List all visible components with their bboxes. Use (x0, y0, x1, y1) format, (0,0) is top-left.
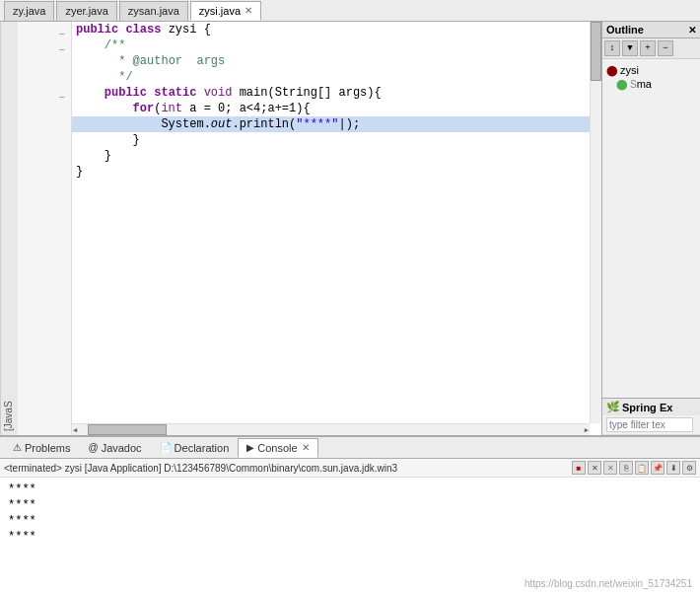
console-scroll-btn[interactable]: ⬇ (666, 461, 680, 475)
gutter-line-5: − (18, 89, 71, 105)
outline-title: Outline (606, 24, 644, 36)
code-line-1: public class zysi { (72, 22, 590, 37)
tab-zysi-close-icon[interactable]: ✕ (245, 5, 252, 16)
tab-javadoc-label: Javadoc (102, 442, 142, 454)
console-copy-btn[interactable]: ⎘ (619, 461, 633, 475)
outline-sort-btn[interactable]: ↕ (604, 40, 620, 56)
tab-problems[interactable]: ⚠ Problems (4, 438, 79, 458)
spring-filter-input[interactable] (606, 417, 693, 432)
tab-zysan-label: zysan.java (128, 5, 179, 17)
code-line-7: System.out.println("****"|); (72, 116, 590, 132)
outline-tree: ⬤ zysi ⬤ S ma (602, 59, 700, 398)
tab-javadoc[interactable]: @ Javadoc (79, 438, 150, 458)
outline-expand-btn[interactable]: + (640, 40, 656, 56)
outline-header: Outline ✕ (602, 22, 700, 38)
code-line-3: * @author args (72, 53, 590, 69)
spring-filter-area (602, 415, 700, 435)
scroll-left-arrow[interactable]: ◀ (72, 426, 78, 434)
console-stop-btn[interactable]: ■ (572, 461, 586, 475)
problems-icon: ⚠ (13, 442, 22, 453)
gutter-line-6 (18, 105, 71, 120)
static-label: S (630, 79, 637, 90)
editor-tab-bar: zy.java zyer.java zysan.java zysi.java ✕ (0, 0, 700, 22)
bottom-tab-bar: ⚠ Problems @ Javadoc 📄 Declaration ▶ Con… (0, 437, 700, 459)
tab-zysi[interactable]: zysi.java ✕ (190, 1, 261, 21)
console-header: <terminated> zysi [Java Application] D:\… (0, 459, 700, 478)
outline-item-main[interactable]: ⬤ S ma (604, 77, 698, 91)
tab-zy-label: zy.java (13, 5, 45, 17)
bottom-panel: ⚠ Problems @ Javadoc 📄 Declaration ▶ Con… (0, 435, 700, 593)
fold-icon-1[interactable]: − (59, 29, 65, 39)
console-output-line-4: **** (8, 529, 692, 545)
tab-zysi-label: zysi.java (199, 5, 241, 17)
code-line-4: */ (72, 69, 590, 85)
code-line-6: for(int a = 0; a<4;a+=1){ (72, 101, 590, 116)
code-line-2: /** (72, 37, 590, 53)
tab-zyer-label: zyer.java (65, 5, 107, 17)
tab-zyer[interactable]: zyer.java (56, 1, 116, 21)
console-icon: ▶ (246, 442, 254, 453)
code-line-8: } (72, 132, 590, 148)
outline-toolbar: ↕ ▼ + − (602, 38, 700, 59)
scroll-right-arrow[interactable]: ▶ (584, 426, 590, 434)
tab-console-close-icon[interactable]: ✕ (302, 442, 310, 453)
spring-explorer-title: Spring Ex (622, 402, 672, 413)
editor-scrollbar-vertical[interactable] (590, 22, 601, 423)
console-paste-btn[interactable]: 📋 (635, 461, 649, 475)
tab-problems-label: Problems (25, 442, 70, 454)
fold-icon-2[interactable]: − (59, 44, 65, 55)
declaration-icon: 📄 (160, 442, 172, 453)
tab-console[interactable]: ▶ Console ✕ (238, 438, 317, 458)
outline-item-main-label: ma (637, 78, 652, 90)
console-toolbar: ■ ✕ ✕ ⎘ 📋 📌 ⬇ ⚙ (572, 461, 696, 475)
code-scroll-area: public class zysi { /** * @author args *… (72, 22, 590, 423)
console-output-line-1: **** (8, 482, 692, 497)
editor-scrollbar-horizontal[interactable]: ◀ ▶ (72, 423, 590, 435)
console-header-text: <terminated> zysi [Java Application] D:\… (4, 463, 397, 474)
editor-scrollbar-thumb-v[interactable] (591, 22, 601, 81)
tab-declaration[interactable]: 📄 Declaration (151, 438, 239, 458)
gutter-line-9 (18, 152, 71, 168)
editor-scrollbar-thumb-h[interactable] (88, 424, 167, 435)
console-output-line-2: **** (8, 497, 692, 513)
tab-declaration-label: Declaration (175, 442, 230, 454)
tab-console-label: Console (257, 442, 297, 454)
left-panel-label: [JavaS (0, 22, 18, 435)
method-icon: ⬤ (616, 79, 627, 90)
gutter-line-10 (18, 168, 71, 184)
console-terminate-btn[interactable]: ✕ (588, 461, 601, 475)
outline-collapse-btn[interactable]: − (658, 40, 673, 56)
outline-panel: Outline ✕ ↕ ▼ + − ⬤ zysi ⬤ S (602, 22, 700, 435)
console-pin-btn[interactable]: 📌 (651, 461, 665, 475)
code-line-10: } (72, 164, 590, 180)
gutter-line-3 (18, 57, 71, 73)
code-editor[interactable]: public class zysi { /** * @author args *… (72, 22, 601, 435)
outline-filter-btn[interactable]: ▼ (622, 40, 638, 56)
right-panel-wrapper: Outline ✕ ↕ ▼ + − ⬤ zysi ⬤ S (601, 22, 700, 435)
gutter-line-2: − (18, 41, 71, 57)
line-gutter: − − − (18, 22, 72, 435)
javadoc-icon: @ (88, 442, 98, 453)
class-icon: ⬤ (606, 65, 617, 76)
fold-icon-5[interactable]: − (59, 92, 65, 103)
tab-zysan[interactable]: zysan.java (119, 1, 188, 21)
console-output-line-3: **** (8, 513, 692, 529)
tab-zy[interactable]: zy.java (4, 1, 54, 21)
code-line-9: } (72, 148, 590, 164)
main-area: [JavaS − − − public cla (0, 22, 700, 435)
watermark: https://blog.csdn.net/weixin_51734251 (525, 578, 692, 589)
console-clear-btn[interactable]: ✕ (603, 461, 617, 475)
spring-explorer-header: 🌿 Spring Ex (602, 398, 700, 415)
outline-close-icon[interactable]: ✕ (688, 25, 696, 36)
outline-item-zysi-label: zysi (620, 64, 639, 76)
gutter-line-7 (18, 120, 71, 136)
console-settings-btn[interactable]: ⚙ (682, 461, 696, 475)
gutter-line-8 (18, 136, 71, 152)
code-line-5: public static void main(String[] args){ (72, 85, 590, 101)
outline-item-zysi[interactable]: ⬤ zysi (604, 63, 698, 77)
gutter-line-4 (18, 73, 71, 89)
console-output: **** **** **** **** https://blog.csdn.ne… (0, 478, 700, 593)
spring-leaf-icon: 🌿 (606, 401, 620, 413)
gutter-line-1: − (18, 26, 71, 41)
